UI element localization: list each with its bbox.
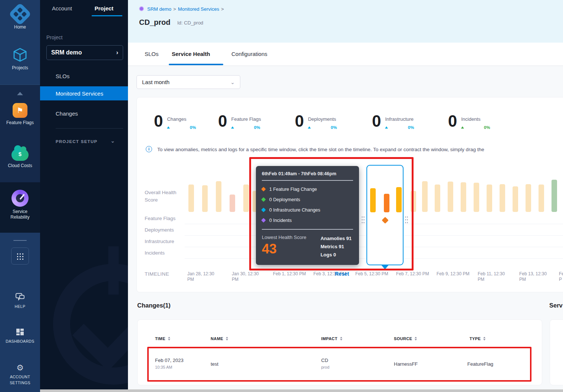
- sidebar-item-label: Projects: [0, 65, 40, 71]
- health-score-bar[interactable]: [411, 191, 416, 212]
- sort-icon[interactable]: [415, 337, 417, 340]
- sidebar-item-label: Home: [0, 24, 40, 30]
- timeline-tick-label: Jan 30, 12:30PM: [232, 271, 267, 282]
- stat-feature-flags: 0Feature Flags0%: [218, 112, 260, 131]
- health-score-bar[interactable]: [188, 185, 194, 212]
- trend-up-icon: [385, 126, 388, 129]
- sort-icon[interactable]: [226, 337, 228, 340]
- sidebar-item-label: Service: [0, 209, 40, 215]
- lowest-health-score-block: Lowest Health Score 43: [262, 235, 306, 259]
- tooltip-event-text: 1 Feature Flag Change: [269, 187, 317, 192]
- sidebar-item-feature-flags[interactable]: ⚑ Feature Flags: [0, 103, 40, 126]
- module-sidebar: Home Projects ⚑ Feature Flags $ Cloud Co…: [0, 0, 40, 392]
- sidebar-item-label: Feature Flags: [0, 120, 40, 126]
- health-score-bar[interactable]: [230, 195, 235, 212]
- health-score-bar[interactable]: [539, 185, 544, 212]
- trend-up-icon: [461, 126, 464, 129]
- sidebar-item-account-settings[interactable]: ⚙ ACCOUNT SETTINGS: [0, 364, 40, 386]
- selected-window-bar[interactable]: [384, 194, 389, 212]
- sidebar-item-label: DASHBOARDS: [0, 339, 40, 344]
- health-score-bar[interactable]: [526, 184, 531, 212]
- sort-icon[interactable]: [168, 337, 170, 340]
- trend-up-icon: [231, 126, 234, 129]
- health-score-bar[interactable]: [448, 182, 453, 212]
- project-setup-toggle[interactable]: PROJECT SETUP: [56, 139, 98, 144]
- cell-source[interactable]: HarnessFF: [394, 361, 418, 367]
- column-header-impact[interactable]: IMPACT: [321, 336, 342, 341]
- cell-type[interactable]: FeatureFlag: [467, 361, 493, 367]
- cell-time-sub: 10:35 AM: [155, 365, 172, 369]
- sidebar-item-cloud-costs[interactable]: $ Cloud Costs: [0, 149, 40, 169]
- health-score-bar[interactable]: [461, 182, 466, 212]
- selected-window-bar[interactable]: [370, 188, 376, 212]
- nav-item-monitored-services[interactable]: Monitored Services: [40, 86, 128, 100]
- sidebar-item-service-reliability[interactable]: Service Reliability: [0, 190, 40, 220]
- health-score-bar[interactable]: [474, 183, 479, 212]
- health-score-bar[interactable]: [552, 180, 557, 212]
- sidebar-item-projects[interactable]: Projects: [0, 47, 40, 71]
- breadcrumb: SRM demo>Monitored Services>: [147, 6, 226, 12]
- reset-link[interactable]: Reset: [335, 271, 349, 277]
- stat-label: Infrastructure: [385, 116, 414, 122]
- cell-impact[interactable]: CD: [321, 358, 328, 363]
- stat-changes: 0Changes0%: [154, 112, 196, 131]
- health-score-bar[interactable]: [422, 181, 428, 212]
- nav-item-changes[interactable]: Changes: [40, 106, 128, 120]
- tab-service-health[interactable]: Service Health: [172, 51, 210, 57]
- row-label-feature-flags: Feature Flags: [145, 216, 175, 221]
- stat-incidents: 0Incidents0%: [448, 112, 490, 131]
- sidebar-item-help[interactable]: HELP: [0, 293, 40, 309]
- column-header-name[interactable]: NAME: [211, 336, 228, 341]
- sort-icon[interactable]: [483, 337, 485, 340]
- tab-account[interactable]: Account: [52, 5, 72, 11]
- stat-deployments: 0Deployments0%: [295, 112, 337, 131]
- sidebar-item-dashboards[interactable]: DASHBOARDS: [0, 328, 40, 344]
- stat-trend: 0%: [231, 125, 260, 130]
- sort-icon[interactable]: [340, 337, 342, 340]
- sidebar-item-home[interactable]: Home: [0, 6, 40, 30]
- health-score-bar[interactable]: [202, 185, 208, 212]
- nav-item-slos[interactable]: SLOs: [40, 69, 128, 83]
- breadcrumb-link-monitored-services[interactable]: Monitored Services: [178, 6, 219, 12]
- tooltip-event-item: 1 Feature Flag Change: [262, 184, 353, 194]
- grid-icon: [16, 253, 24, 260]
- module-picker-button[interactable]: [11, 248, 29, 265]
- project-avatar-icon: [139, 6, 144, 11]
- tab-slos[interactable]: SLOs: [145, 51, 159, 57]
- health-score-bar[interactable]: [243, 185, 249, 212]
- tab-configurations[interactable]: Configurations: [231, 51, 267, 57]
- cell-time[interactable]: Feb 07, 2023: [155, 358, 184, 363]
- column-header-type[interactable]: TYPE: [470, 336, 485, 341]
- module-scroll-up[interactable]: [0, 92, 40, 95]
- column-header-time[interactable]: TIME: [155, 336, 170, 341]
- health-score-bar[interactable]: [487, 185, 492, 212]
- timeline-tick-label: Feb 13, 12:30PM: [519, 271, 555, 282]
- stat-label: Changes: [167, 116, 196, 122]
- health-score-bar[interactable]: [513, 186, 518, 212]
- dashboards-icon: [15, 328, 25, 336]
- selection-drag-handle-right[interactable]: [405, 216, 408, 224]
- breadcrumb-link-project[interactable]: SRM demo: [147, 6, 171, 12]
- health-score-bar[interactable]: [500, 184, 505, 212]
- page-tabs-bar: SLOs Service Health Configurations: [128, 43, 563, 66]
- column-header-source[interactable]: SOURCE: [394, 336, 417, 341]
- sidebar-divider-dash: [13, 240, 27, 241]
- health-score-bar[interactable]: [216, 181, 221, 212]
- timeline-tick-label: Jan 28, 12:30PM: [187, 271, 223, 282]
- tooltip-time-range: 6thFeb 01:49am - 7thFeb 08:46pm: [262, 171, 353, 176]
- project-selector[interactable]: SRM demo ›: [46, 45, 123, 60]
- selected-time-window[interactable]: [366, 165, 404, 265]
- stat-value: 0: [295, 112, 304, 131]
- chat-icon: [15, 293, 25, 302]
- selection-drag-handle-left[interactable]: [361, 216, 365, 224]
- stat-detail: Feature Flags0%: [231, 112, 260, 131]
- column-header-label: SOURCE: [394, 336, 412, 341]
- sidebar-item-label: Cloud Costs: [0, 163, 40, 169]
- stat-percent: 0%: [254, 125, 260, 130]
- selected-window-bar[interactable]: [396, 187, 402, 212]
- tab-project[interactable]: Project: [95, 5, 113, 11]
- tooltip-metric: Metrics 91: [320, 243, 352, 251]
- time-range-select[interactable]: Last month ⌄: [136, 75, 240, 89]
- health-score-bar[interactable]: [435, 185, 440, 212]
- cell-name[interactable]: test: [211, 361, 218, 367]
